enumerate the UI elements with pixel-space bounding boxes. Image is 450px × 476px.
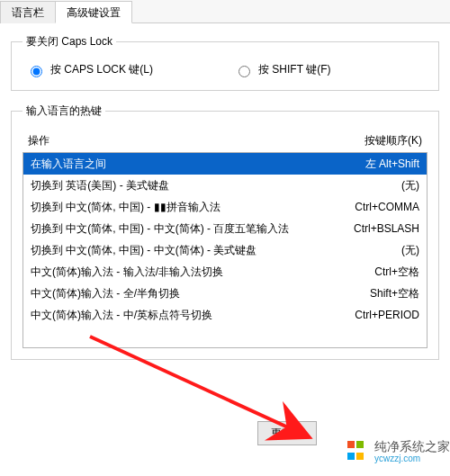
radio-shift-label: 按 SHIFT 键(F) — [258, 62, 330, 77]
watermark-line2: ycwzzj.com — [374, 454, 450, 463]
advanced-panel: 要关闭 Caps Lock 按 CAPS LOCK 键(L) 按 SHIFT 键… — [0, 23, 450, 383]
capslock-radio-row: 按 CAPS LOCK 键(L) 按 SHIFT 键(F) — [22, 60, 428, 79]
radio-shift[interactable]: 按 SHIFT 键(F) — [234, 62, 330, 77]
hotkey-row-action: 切换到 中文(简体, 中国) - ▮▮拼音输入法 — [31, 199, 342, 215]
hotkey-row-key: Shift+空格 — [370, 285, 419, 301]
radio-caps-lock-label: 按 CAPS LOCK 键(L) — [50, 62, 153, 77]
hotkey-row-key: (无) — [401, 242, 419, 258]
hotkey-row[interactable]: 中文(简体)输入法 - 输入法/非输入法切换Ctrl+空格 — [23, 261, 427, 283]
tab-advanced-key-settings[interactable]: 高级键设置 — [55, 1, 132, 23]
hotkeys-list[interactable]: 在输入语言之间左 Alt+Shift切换到 英语(美国) - 美式键盘(无)切换… — [22, 152, 428, 348]
watermark-line1: 纯净系统之家 — [374, 440, 450, 454]
hotkey-row-key: Ctrl+COMMA — [355, 199, 419, 215]
hotkey-row-key: Ctrl+PERIOD — [355, 307, 419, 323]
hotkey-row-action: 中文(简体)输入法 - 全/半角切换 — [31, 285, 357, 301]
hotkey-row[interactable]: 在输入语言之间左 Alt+Shift — [23, 153, 427, 175]
hotkeys-group: 输入语言的热键 操作 按键顺序(K) 在输入语言之间左 Alt+Shift切换到… — [11, 103, 439, 360]
watermark-text: 纯净系统之家 ycwzzj.com — [374, 440, 450, 463]
capslock-group: 要关闭 Caps Lock 按 CAPS LOCK 键(L) 按 SHIFT 键… — [11, 34, 439, 91]
hotkey-row[interactable]: 中文(简体)输入法 - 中/英标点符号切换Ctrl+PERIOD — [23, 304, 427, 326]
hotkeys-legend: 输入语言的热键 — [22, 103, 105, 119]
hotkey-row-key: Ctrl+BSLASH — [354, 220, 419, 237]
hotkey-row[interactable]: 中文(简体)输入法 - 全/半角切换Shift+空格 — [23, 283, 427, 304]
tab-bar: 语言栏 高级键设置 — [0, 0, 450, 23]
capslock-legend: 要关闭 Caps Lock — [22, 34, 116, 49]
change-key-sequence-button[interactable]: 更改按 — [257, 421, 317, 445]
radio-caps-lock-input[interactable] — [31, 66, 42, 77]
hotkey-row-key: 左 Alt+Shift — [365, 156, 419, 172]
hotkey-row[interactable]: 切换到 中文(简体, 中国) - 中文(简体) - 美式键盘(无) — [23, 239, 427, 261]
hotkey-row-action: 中文(简体)输入法 - 输入法/非输入法切换 — [31, 264, 362, 280]
hotkey-row-action: 在输入语言之间 — [31, 156, 353, 172]
hotkey-row-action: 中文(简体)输入法 - 中/英标点符号切换 — [31, 307, 342, 323]
watermark: 纯净系统之家 ycwzzj.com — [347, 440, 450, 463]
tab-language-bar[interactable]: 语言栏 — [0, 1, 56, 23]
watermark-logo-icon — [347, 441, 369, 463]
hotkey-row-action: 切换到 中文(简体, 中国) - 中文(简体) - 百度五笔输入法 — [31, 220, 341, 237]
hotkey-row-key: Ctrl+空格 — [374, 264, 419, 280]
hotkey-row[interactable]: 切换到 英语(美国) - 美式键盘(无) — [23, 175, 427, 196]
hotkeys-header-key: 按键顺序(K) — [364, 133, 422, 148]
hotkey-row-action: 切换到 中文(简体, 中国) - 中文(简体) - 美式键盘 — [31, 242, 389, 258]
radio-caps-lock[interactable]: 按 CAPS LOCK 键(L) — [26, 62, 153, 77]
radio-shift-input[interactable] — [238, 66, 250, 77]
hotkey-row-key: (无) — [401, 177, 419, 193]
hotkey-row[interactable]: 切换到 中文(简体, 中国) - ▮▮拼音输入法Ctrl+COMMA — [23, 196, 427, 218]
hotkeys-header-action: 操作 — [28, 133, 50, 148]
hotkey-row[interactable]: 切换到 中文(简体, 中国) - 中文(简体) - 百度五笔输入法Ctrl+BS… — [23, 218, 427, 239]
hotkeys-header: 操作 按键顺序(K) — [22, 130, 428, 152]
hotkey-row-action: 切换到 英语(美国) - 美式键盘 — [31, 177, 389, 193]
